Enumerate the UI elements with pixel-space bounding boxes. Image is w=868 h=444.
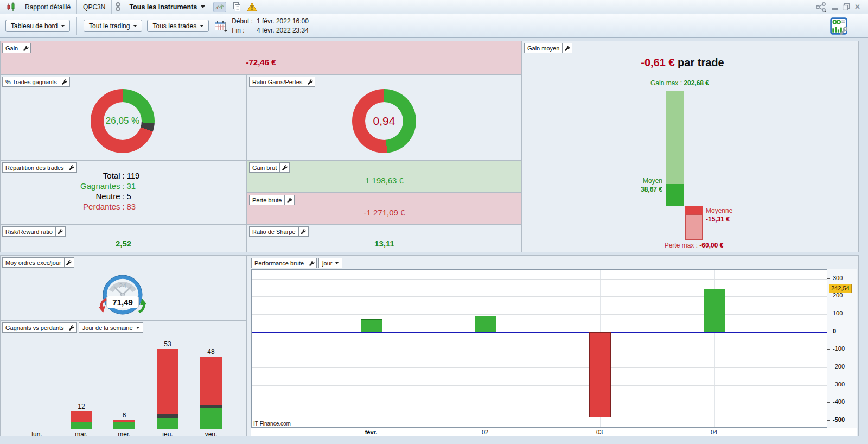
bar-total-label: 12 bbox=[71, 403, 92, 410]
panel-perte-brute: Perte brute -1 271,09 € bbox=[247, 193, 522, 224]
perte-max-label: Perte max : -60,00 € bbox=[585, 242, 802, 249]
y-axis-tick bbox=[827, 332, 830, 332]
wrench-icon bbox=[69, 325, 74, 331]
configure-gain-brut-button[interactable] bbox=[280, 162, 290, 173]
panel-performance-brute: Performance brute jour IT-Finance.com 30… bbox=[247, 255, 859, 436]
copy-icon bbox=[232, 2, 241, 12]
panel-risk-reward-label: Risk/Reward ratio bbox=[2, 226, 56, 237]
performance-period-selector[interactable]: jour bbox=[318, 258, 342, 268]
period-end-label: Fin : bbox=[232, 27, 253, 34]
panel-performance-label: Performance brute bbox=[251, 258, 307, 268]
y-axis-tick bbox=[827, 402, 830, 403]
last-value-badge: 242,54 bbox=[829, 284, 852, 293]
gridline-horizontal bbox=[252, 367, 827, 368]
configure-gv-button[interactable] bbox=[67, 322, 77, 333]
repartition-row-label: Total bbox=[1, 172, 120, 180]
configure-risk-reward-button[interactable] bbox=[56, 226, 66, 237]
x-axis-label: févr. bbox=[355, 429, 387, 435]
wrench-icon bbox=[23, 46, 29, 51]
configure-ratio-gp-button[interactable] bbox=[305, 77, 315, 87]
instrument-selector[interactable]: Tous les instruments bbox=[124, 0, 210, 14]
trades-filter-selector[interactable]: Tous les trades bbox=[147, 20, 209, 32]
gain-moyen-suffix: par trade bbox=[675, 56, 724, 68]
gain-max-label: Gain max : 202,68 € bbox=[571, 79, 788, 87]
link-instrument-icon[interactable] bbox=[112, 2, 124, 12]
perte-brute-value: -1 271,09 € bbox=[247, 208, 521, 217]
gv-groupby-label: Jour de la semaine bbox=[82, 325, 133, 331]
trade-repartition-list: Total:119 Gagnantes:31 Neutre:5 Perdante… bbox=[1, 172, 246, 211]
gridline-horizontal bbox=[252, 403, 827, 403]
panel-repartition-label: Répartition des trades bbox=[2, 162, 67, 173]
gridline-horizontal bbox=[252, 314, 827, 315]
configure-gain-button[interactable] bbox=[21, 43, 31, 53]
dashboard-selector[interactable]: Tableau de bord bbox=[5, 20, 70, 32]
copy-report-button[interactable] bbox=[232, 2, 241, 12]
share-button[interactable] bbox=[815, 2, 827, 12]
chevron-down-icon bbox=[201, 5, 205, 8]
period-end-value: 4 févr. 2022 23:34 bbox=[257, 27, 309, 34]
chevron-down-icon bbox=[61, 25, 65, 27]
panel-gain-brut: Gain brut 1 198,63 € bbox=[247, 160, 522, 193]
trading-scope-selector[interactable]: Tout le trading bbox=[84, 20, 142, 32]
panel-gv-label: Gagnants vs perdants bbox=[2, 322, 67, 333]
gain-brut-value: 1 198,63 € bbox=[247, 176, 521, 185]
stacked-bar-segment-gagnants bbox=[71, 422, 92, 429]
configure-repartition-button[interactable] bbox=[67, 162, 77, 173]
y-axis-tick-label: 100 bbox=[833, 310, 843, 316]
report-settings-button[interactable] bbox=[830, 17, 847, 35]
y-axis-tick-label: -100 bbox=[833, 345, 845, 352]
restore-button[interactable] bbox=[843, 3, 850, 10]
moyen-label: Moyen 38,67 € bbox=[522, 176, 662, 194]
report-period: Début : 1 févr. 2022 16:00 Fin : 4 févr.… bbox=[232, 17, 309, 34]
configure-sharpe-button[interactable] bbox=[299, 226, 309, 237]
configure-gain-moyen-button[interactable] bbox=[563, 43, 572, 53]
close-button[interactable]: ✕ bbox=[854, 3, 860, 11]
y-axis-tick bbox=[827, 296, 830, 296]
y-axis-tick bbox=[827, 420, 830, 421]
configure-performance-button[interactable] bbox=[307, 258, 317, 268]
wrench-icon bbox=[301, 229, 306, 234]
configure-moy-ordres-button[interactable] bbox=[65, 257, 74, 268]
performance-bar bbox=[704, 289, 725, 332]
stacked-bar-segment-gagnants bbox=[157, 418, 178, 429]
trading-scope-label: Tout le trading bbox=[89, 22, 130, 30]
pct-trades-donut-chart: 26,05 % bbox=[91, 89, 155, 153]
x-axis-label: lun. bbox=[21, 430, 53, 436]
share-icon bbox=[815, 2, 827, 12]
gridline-horizontal bbox=[252, 385, 827, 386]
panel-perte-brute-label: Perte brute bbox=[249, 195, 285, 205]
minimize-button[interactable] bbox=[832, 4, 838, 10]
window-controls: ✕ bbox=[815, 2, 865, 12]
chevron-down-icon bbox=[136, 327, 139, 329]
period-start-label: Début : bbox=[232, 17, 253, 25]
dashboard-selector-label: Tableau de bord bbox=[11, 22, 58, 30]
y-axis-tick bbox=[827, 385, 830, 385]
perte-moyenne-bar bbox=[685, 206, 703, 214]
wrench-icon bbox=[308, 79, 313, 85]
gv-groupby-selector[interactable]: Jour de la semaine bbox=[79, 322, 143, 333]
stacked-bar-segment-perdants bbox=[113, 420, 135, 422]
stacked-bar-segment-perdants bbox=[200, 357, 222, 405]
svg-text:24: 24 bbox=[119, 282, 126, 290]
gain-moyen-value: -0,61 € bbox=[641, 56, 674, 68]
x-axis-label: 04 bbox=[698, 429, 730, 435]
tab-instrument-qpc3n[interactable]: QPC3N bbox=[77, 0, 111, 14]
warning-icon[interactable] bbox=[247, 2, 257, 11]
configure-perte-brute-button[interactable] bbox=[285, 195, 295, 205]
stacked-bar-segment-perdants bbox=[157, 349, 178, 414]
gridline-vertical bbox=[486, 270, 486, 427]
repartition-row-label: Perdantes bbox=[1, 202, 120, 211]
repartition-row-label: Neutre bbox=[1, 192, 120, 200]
configure-pct-trades-button[interactable] bbox=[60, 77, 70, 87]
gridline-horizontal bbox=[252, 279, 827, 280]
minimize-icon bbox=[832, 8, 838, 10]
panel-repartition-trades: Répartition des trades Total:119 Gagnant… bbox=[0, 160, 247, 224]
stacked-bar-segment-perdants bbox=[71, 411, 92, 422]
chart-view-button[interactable] bbox=[213, 2, 226, 12]
stacked-bar-segment-neutres bbox=[157, 414, 178, 418]
period-calendar-button[interactable] bbox=[214, 20, 227, 32]
tab-rapport-detaille[interactable]: Rapport détaillé bbox=[19, 0, 76, 14]
stacked-bar-segment-gagnants bbox=[200, 408, 222, 429]
gain-max-bar bbox=[666, 91, 684, 184]
wrench-icon bbox=[287, 198, 292, 203]
